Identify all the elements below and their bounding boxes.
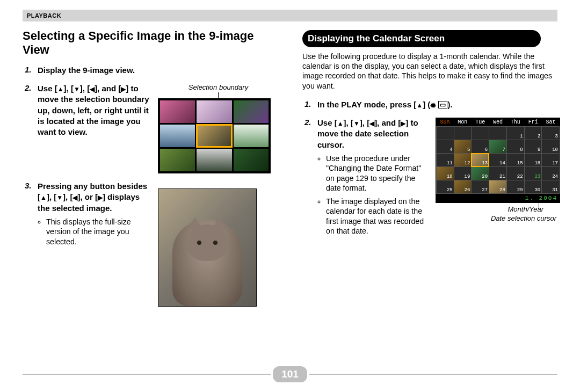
date-selection-cursor: 13 xyxy=(472,154,489,166)
selection-boundary-caption: Selection boundary xyxy=(158,83,279,91)
right-intro: Use the following procedure to display a… xyxy=(302,52,562,91)
left-step1: Display the 9-image view. xyxy=(38,65,279,76)
right-column: Displaying the Calendar Screen Use the f… xyxy=(302,29,562,314)
left-step2: Use [▲], [▼], [◀], and [▶] to move the s… xyxy=(38,83,150,137)
cat-image xyxy=(158,188,257,307)
nine-image-grid xyxy=(158,98,271,173)
left-step3-bullet: This displays the full-size version of t… xyxy=(46,217,150,246)
cursor-caption: Date selection cursor xyxy=(436,214,562,222)
selected-thumb xyxy=(197,125,231,147)
left-column: Selecting a Specific Image in the 9-imag… xyxy=(23,29,279,314)
calendar-body: 123 456 78910 111213 14151617 181920 212… xyxy=(436,126,560,194)
right-bullet1: Use the procedure under "Changing the Da… xyxy=(326,154,430,193)
right-step2: Use [▲], [▼], [◀], and [▶] to move the d… xyxy=(317,118,430,150)
right-bullet2: The image displayed on the calendar for … xyxy=(326,197,430,236)
right-heading: Displaying the Calendar Screen xyxy=(302,30,541,47)
calendar-month-year: 1. 2004 xyxy=(436,194,560,202)
calendar-screen: Sun Mon Tue Wed Thu Fri Sat xyxy=(436,118,560,203)
left-step3: Pressing any button besides [▲], [▼], [◀… xyxy=(38,181,150,214)
section-header: PLAYBACK xyxy=(23,10,557,21)
pointer-line xyxy=(218,92,219,98)
focus-icon: ✹ xyxy=(430,101,436,110)
callout-line-1 xyxy=(539,202,539,209)
page-number: 101 xyxy=(273,366,307,382)
frame-icon: ▭ xyxy=(438,101,447,108)
page-footer: 101 xyxy=(23,366,557,382)
calendar-header: Sun Mon Tue Wed Thu Fri Sat xyxy=(436,118,560,126)
month-year-caption: Month/Year xyxy=(436,205,562,213)
left-title: Selecting a Specific Image in the 9-imag… xyxy=(23,29,279,57)
right-step1: In the PLAY mode, press [▲] (✹ ▭). xyxy=(317,99,562,111)
